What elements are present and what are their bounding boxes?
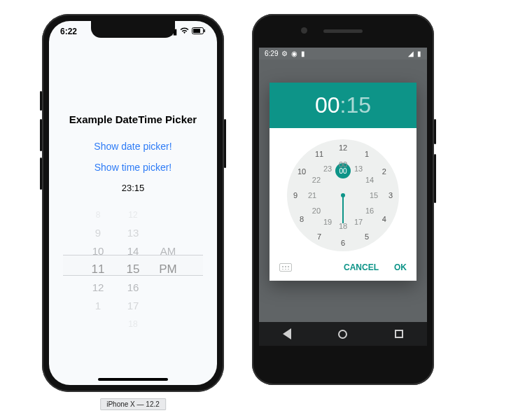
device-caption: iPhone X — 12.2 bbox=[100, 398, 166, 410]
clock-number[interactable]: 18 bbox=[339, 222, 347, 230]
clock-number[interactable]: 20 bbox=[312, 206, 321, 215]
wheel-ampm[interactable] bbox=[150, 279, 186, 297]
ok-button[interactable]: OK bbox=[394, 262, 407, 272]
selected-time-label: 23:15 bbox=[49, 183, 217, 193]
clock-number[interactable]: 21 bbox=[308, 191, 316, 200]
ios-time-picker-wheel[interactable]: 8 12 9 13 10 14 AM 11 bbox=[63, 206, 203, 318]
home-indicator[interactable] bbox=[98, 378, 168, 381]
nav-back-button[interactable] bbox=[283, 328, 291, 340]
wheel-hour[interactable] bbox=[80, 315, 115, 333]
header-minute[interactable]: 15 bbox=[346, 92, 371, 118]
battery-icon bbox=[192, 27, 206, 36]
wheel-ampm[interactable] bbox=[150, 206, 186, 224]
wheel-hour[interactable]: 12 bbox=[80, 279, 115, 297]
android-volume-rocker bbox=[434, 154, 436, 203]
cancel-button[interactable]: CANCEL bbox=[344, 262, 379, 272]
keyboard-icon[interactable] bbox=[279, 263, 292, 272]
android-device-frame: 6:29 ⚙ ◉ ▮ ◢ ▮ 00:15 00 bbox=[252, 14, 434, 385]
wheel-hour[interactable]: 8 bbox=[80, 206, 115, 224]
clock-number[interactable]: 19 bbox=[323, 218, 332, 226]
clock-number[interactable]: 3 bbox=[388, 191, 393, 200]
clock-hand bbox=[342, 195, 344, 223]
clock-number[interactable]: 12 bbox=[339, 144, 347, 152]
android-status-bar: 6:29 ⚙ ◉ ▮ ◢ ▮ bbox=[259, 48, 427, 59]
wheel-hour[interactable]: 9 bbox=[80, 224, 115, 242]
clock-number[interactable]: 13 bbox=[354, 164, 363, 173]
iphone-power-button bbox=[224, 119, 226, 168]
clock-number[interactable]: 15 bbox=[370, 191, 378, 200]
android-nav-bar bbox=[259, 322, 427, 346]
clock-number[interactable]: 23 bbox=[323, 164, 332, 173]
wheel-ampm[interactable] bbox=[150, 315, 186, 333]
clock-number[interactable]: 4 bbox=[382, 215, 386, 223]
wheel-minute[interactable]: 17 bbox=[115, 297, 150, 315]
iphone-volume-up bbox=[40, 119, 42, 151]
page-title: Example DateTime Picker bbox=[49, 113, 217, 125]
android-speaker bbox=[323, 29, 363, 33]
nav-home-button[interactable] bbox=[338, 330, 347, 339]
android-screen: 6:29 ⚙ ◉ ▮ ◢ ▮ 00:15 00 bbox=[259, 48, 427, 346]
android-front-camera bbox=[301, 27, 307, 34]
shield-icon: ◉ bbox=[291, 50, 298, 57]
wheel-hour[interactable]: 10 bbox=[80, 242, 115, 260]
wifi-icon bbox=[180, 27, 189, 36]
clock-number[interactable]: 9 bbox=[293, 191, 298, 200]
clock-number[interactable]: 1 bbox=[365, 150, 369, 158]
android-power-button bbox=[434, 119, 436, 144]
wheel-minute-selected[interactable]: 15 bbox=[115, 260, 150, 279]
clock-number[interactable]: 16 bbox=[365, 206, 374, 215]
clock-number[interactable]: 22 bbox=[312, 176, 321, 184]
android-status-time: 6:29 bbox=[265, 50, 278, 57]
wheel-ampm[interactable] bbox=[150, 224, 186, 242]
battery-icon: ▮ bbox=[417, 50, 421, 57]
gear-icon: ⚙ bbox=[281, 50, 288, 57]
wheel-minute[interactable]: 16 bbox=[115, 279, 150, 297]
svg-rect-1 bbox=[204, 29, 206, 32]
iphone-device-frame: 6:22 ▮▮▮ Example DateTime Picker Show da… bbox=[42, 14, 224, 392]
nav-recents-button[interactable] bbox=[395, 330, 403, 338]
clock-number[interactable]: 2 bbox=[382, 167, 386, 176]
show-time-picker-link[interactable]: Show time picker! bbox=[49, 162, 217, 173]
header-hour[interactable]: 00 bbox=[315, 92, 340, 118]
clock-face[interactable]: 00 1212345678910110013141516171819202122… bbox=[287, 139, 399, 251]
clock-number[interactable]: 8 bbox=[300, 215, 304, 223]
battery-saver-icon: ▮ bbox=[301, 50, 305, 57]
iphone-notch bbox=[91, 21, 175, 38]
wheel-minute[interactable]: 13 bbox=[115, 224, 150, 242]
time-picker-header: 00:15 bbox=[270, 83, 416, 128]
wheel-minute[interactable]: 18 bbox=[115, 315, 150, 333]
time-picker-dialog: 00:15 00 1212345678910110013141516171819… bbox=[270, 83, 416, 281]
signal-icon: ◢ bbox=[408, 50, 414, 57]
wheel-ampm-selected[interactable]: PM bbox=[150, 260, 186, 279]
ios-status-time: 6:22 bbox=[60, 27, 77, 36]
wheel-hour[interactable]: 1 bbox=[80, 297, 115, 315]
wheel-minute[interactable]: 12 bbox=[115, 206, 150, 224]
iphone-mute-switch bbox=[40, 91, 42, 111]
wheel-hour-selected[interactable]: 11 bbox=[80, 260, 115, 279]
clock-number[interactable]: 10 bbox=[298, 167, 306, 176]
clock-number[interactable]: 14 bbox=[365, 176, 374, 184]
wheel-ampm[interactable]: AM bbox=[150, 242, 186, 260]
svg-rect-2 bbox=[193, 29, 200, 33]
clock-center-dot bbox=[341, 193, 345, 197]
clock-number[interactable]: 6 bbox=[341, 239, 345, 247]
clock-number[interactable]: 11 bbox=[315, 150, 323, 158]
wheel-ampm[interactable] bbox=[150, 297, 186, 315]
clock-number[interactable]: 5 bbox=[365, 232, 369, 241]
clock-number[interactable]: 7 bbox=[317, 232, 321, 241]
show-date-picker-link[interactable]: Show date picker! bbox=[49, 141, 217, 152]
iphone-screen: 6:22 ▮▮▮ Example DateTime Picker Show da… bbox=[49, 21, 217, 385]
wheel-minute[interactable]: 14 bbox=[115, 242, 150, 260]
iphone-volume-down bbox=[40, 158, 42, 190]
clock-number[interactable]: 17 bbox=[354, 218, 363, 226]
clock-number[interactable]: 00 bbox=[339, 160, 347, 169]
